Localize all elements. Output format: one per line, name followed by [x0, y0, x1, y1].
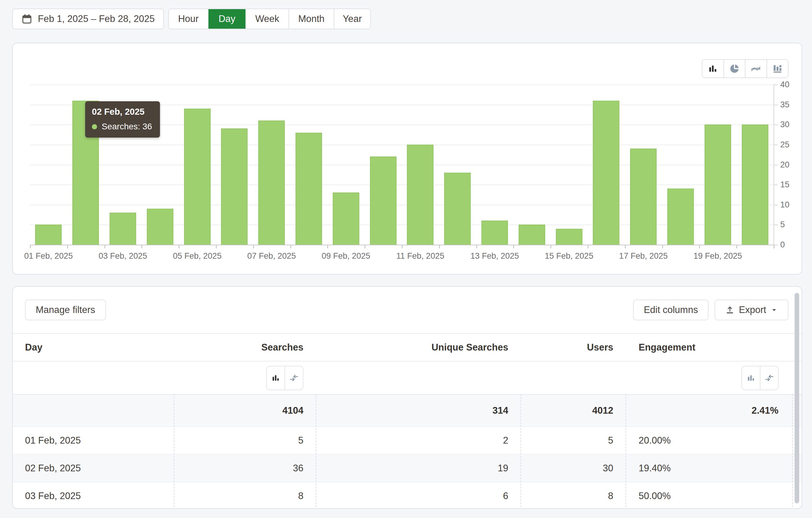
bar-17-feb[interactable] — [630, 149, 657, 245]
metrics-table: DaySearchesUnique SearchesUsersEngagemen… — [13, 334, 802, 509]
calendar-icon — [21, 13, 32, 24]
bar-13-feb[interactable] — [482, 220, 508, 245]
x-axis-tick — [439, 245, 440, 248]
chart-type-line-chart-button[interactable] — [745, 60, 766, 78]
bar-chart-icon — [746, 373, 756, 383]
table-card: Manage filters Edit columns Export DaySe… — [12, 286, 802, 509]
cell-unique-searches: 6 — [316, 491, 520, 501]
cell-day: 01 Feb, 2025 — [13, 435, 174, 446]
cell-users: 30 — [520, 463, 626, 474]
x-axis-tick — [774, 245, 775, 248]
bar-11-feb[interactable] — [407, 145, 433, 245]
edit-columns-button[interactable]: Edit columns — [633, 300, 708, 320]
y-axis-tick — [774, 245, 778, 245]
engagement-bar-chart-toggle[interactable] — [742, 366, 760, 390]
engagement-compare-arrows-toggle[interactable] — [760, 366, 778, 390]
table-scrollbar-thumb[interactable] — [794, 293, 799, 504]
bar-15-feb[interactable] — [556, 229, 582, 245]
x-axis-label: 17 Feb, 2025 — [619, 251, 668, 261]
chart-type-stacked-columns-button[interactable] — [766, 60, 788, 78]
bar-slot — [625, 85, 662, 245]
cell-users: 5 — [520, 435, 626, 446]
line-chart-icon — [751, 63, 761, 74]
x-axis-tick — [699, 245, 700, 248]
compare-arrows-icon — [765, 373, 774, 383]
engagement-toggle-group — [742, 366, 779, 390]
column-header-day[interactable]: Day — [13, 342, 174, 353]
bar-01-feb[interactable] — [35, 224, 62, 245]
tab-week[interactable]: Week — [245, 9, 288, 29]
column-header-users[interactable]: Users — [520, 342, 626, 353]
granularity-tabs: HourDayWeekMonthYear — [168, 8, 371, 29]
y-axis-label: 25 — [780, 140, 789, 149]
y-axis-tick — [774, 224, 778, 225]
bar-12-feb[interactable] — [444, 173, 471, 245]
table-header-row: DaySearchesUnique SearchesUsersEngagemen… — [13, 334, 802, 362]
bar-10-feb[interactable] — [370, 156, 397, 245]
tab-day[interactable]: Day — [208, 9, 245, 29]
cell-searches: 8 — [174, 491, 316, 501]
x-axis-tick — [253, 245, 254, 248]
bar-chart-icon — [707, 63, 718, 74]
searches-compare-arrows-toggle[interactable] — [285, 366, 303, 390]
export-button[interactable]: Export — [715, 300, 788, 320]
cell-engagement: 20.00% — [626, 435, 802, 446]
bar-14-feb[interactable] — [519, 224, 545, 245]
y-axis-tick — [774, 165, 778, 165]
bar-08-feb[interactable] — [295, 133, 322, 245]
cell-searches: 5 — [174, 435, 316, 446]
bar-03-feb[interactable] — [110, 213, 136, 245]
tab-year[interactable]: Year — [334, 9, 370, 29]
column-header-searches[interactable]: Searches — [174, 342, 316, 353]
bar-20-feb[interactable] — [742, 124, 768, 245]
bar-07-feb[interactable] — [258, 121, 285, 245]
edit-columns-label: Edit columns — [644, 304, 698, 315]
x-axis-label: 07 Feb, 2025 — [247, 251, 296, 261]
bar-19-feb[interactable] — [704, 124, 731, 245]
chart-type-bar-chart-button[interactable] — [702, 60, 723, 78]
chart-type-pie-chart-button[interactable] — [723, 60, 745, 78]
bar-slot — [513, 85, 550, 245]
tab-hour[interactable]: Hour — [169, 9, 208, 29]
tab-month[interactable]: Month — [288, 9, 334, 29]
x-axis-label: 19 Feb, 2025 — [694, 251, 742, 261]
column-header-engagement[interactable]: Engagement — [626, 342, 802, 353]
x-axis-label: 13 Feb, 2025 — [470, 251, 519, 261]
chart-type-toolbar — [702, 59, 788, 78]
bar-09-feb[interactable] — [333, 192, 359, 245]
date-range-picker[interactable]: Feb 1, 2025 – Feb 28, 2025 — [12, 8, 164, 29]
cell-unique-searches: 19 — [316, 463, 520, 474]
bar-04-feb[interactable] — [147, 209, 173, 245]
x-axis-tick — [105, 245, 105, 248]
x-axis-tick — [513, 245, 514, 248]
bar-18-feb[interactable] — [667, 188, 694, 245]
bar-slot — [327, 85, 365, 245]
x-axis-tick — [30, 245, 31, 248]
bar-06-feb[interactable] — [221, 128, 248, 245]
summary-row: 410431440122.41% — [13, 394, 802, 426]
bar-16-feb[interactable] — [593, 101, 619, 245]
bar-slot — [439, 85, 476, 245]
searches-bar-chart-toggle[interactable] — [267, 366, 285, 390]
bar-slot — [402, 85, 439, 245]
cell-users: 8 — [520, 491, 626, 501]
y-axis-label: 40 — [780, 80, 789, 89]
table-row: 01 Feb, 202552520.00% — [13, 426, 802, 454]
y-axis-line — [774, 85, 774, 249]
x-axis-label: 11 Feb, 2025 — [396, 251, 444, 261]
x-axis-tick — [67, 245, 68, 248]
x-axis-label: 05 Feb, 2025 — [173, 251, 222, 261]
x-axis-tick — [290, 245, 291, 248]
column-header-unique-searches[interactable]: Unique Searches — [316, 342, 520, 353]
y-axis-label: 30 — [780, 120, 789, 129]
y-axis-label: 20 — [780, 160, 789, 169]
bar-05-feb[interactable] — [184, 109, 211, 245]
chart-tooltip: 02 Feb, 2025 Searches: 36 — [85, 101, 160, 138]
x-axis-tick — [179, 245, 179, 248]
y-axis-tick — [774, 124, 778, 125]
y-axis-tick — [774, 85, 778, 85]
summary-unique-searches: 314 — [316, 405, 520, 416]
x-axis-label: 09 Feb, 2025 — [322, 251, 370, 261]
y-axis-label: 15 — [780, 180, 789, 189]
manage-filters-button[interactable]: Manage filters — [25, 300, 106, 320]
